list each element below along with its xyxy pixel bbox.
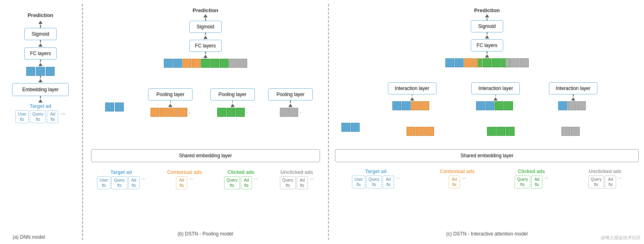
section-b: Prediction Sigmoid FC layers — [86, 4, 325, 240]
sigmoid-c: Sigmoid — [471, 20, 503, 32]
contextual-label-c: Contextual ads — [440, 169, 475, 174]
arrow-a4 — [38, 79, 42, 82]
feat-query-a: Queryfts — [30, 110, 46, 123]
clicked-label-b: Clicked ads — [227, 169, 254, 175]
col-contextual-b: Pooling layer · — [148, 88, 193, 117]
ad-labels-c: Target ad Userfts Queryfts Adfts ··· Con… — [332, 169, 642, 188]
target-ad-label-a: Target ad — [30, 103, 51, 109]
dots-a: ··· — [61, 110, 66, 117]
pooling-contextual: Pooling layer — [148, 88, 193, 101]
prediction-label-a: Prediction — [28, 12, 53, 18]
feat-user-a: Userfts — [15, 110, 29, 123]
clicked-bottom-c: · — [487, 127, 517, 136]
feat-boxes-a: Userfts Queryfts Adfts ··· — [15, 110, 66, 123]
col-unclicked-b: Pooling layer · — [268, 88, 313, 117]
arrow-b1 — [203, 14, 208, 17]
fc-b: FC layers — [189, 40, 222, 52]
section-c: Prediction Sigmoid FC layers — [332, 4, 642, 240]
contextual-label-b: Contextual ads — [167, 169, 202, 175]
ad-labels-b: Target ad Userfts Queryfts Adfts ··· Con… — [86, 169, 325, 189]
top-stack-b: Prediction Sigmoid FC layers — [164, 7, 247, 68]
col-target-b — [105, 103, 124, 111]
concat-blocks-c — [445, 58, 529, 67]
block-blue-3 — [46, 67, 55, 76]
top-stack-c: Prediction Sigmoid FC layers — [445, 7, 529, 67]
feat-ad-a: Adfts — [47, 110, 58, 123]
contextual-bottom-c: · — [407, 127, 437, 136]
unclicked-bottom-c: · — [561, 127, 583, 136]
line-a5 — [40, 96, 41, 98]
divider-bc — [328, 4, 329, 240]
sigmoid-b: Sigmoid — [189, 21, 222, 33]
diagram-container: Prediction Sigmoid FC layers Embedding — [0, 0, 644, 244]
col-clicked-b: Pooling layer · — [210, 88, 255, 117]
caption-b: (b) DSTN - Pooling model — [178, 229, 233, 237]
prediction-c: Prediction — [474, 7, 500, 13]
line-a1 — [40, 25, 41, 28]
pooling-unclicked: Pooling layer — [268, 88, 313, 101]
section-a: Prediction Sigmoid FC layers Embedding — [2, 4, 79, 240]
unclicked-label-c: Unclicked ads — [589, 169, 622, 174]
line-a4 — [40, 76, 41, 78]
concat-blocks-a — [26, 67, 55, 76]
interaction-col-unclicked: Interaction layer · — [549, 82, 597, 110]
target-col-c — [341, 123, 360, 132]
clicked-label-c: Clicked ads — [518, 169, 545, 174]
caption-c: (c) DSTN - Interactive attention model — [446, 229, 527, 237]
pooling-clicked: Pooling layer — [210, 88, 255, 101]
prediction-b: Prediction — [193, 7, 218, 13]
arrow-a2 — [38, 43, 42, 47]
block-blue-2 — [36, 67, 45, 76]
line-a3 — [40, 60, 41, 62]
shared-embedding-c: Shared embedding layer — [335, 149, 639, 162]
target-label-b: Target ad — [110, 169, 132, 175]
fc-a: FC layers — [24, 47, 57, 60]
interaction-unclicked: Interaction layer — [549, 82, 597, 94]
divider-ab — [82, 4, 83, 240]
fc-c: FC layers — [471, 39, 503, 51]
interaction-col-clicked: Interaction layer · — [471, 82, 520, 110]
watermark: @稀土掘金技术社区 — [601, 235, 641, 241]
target-label-c: Target ad — [365, 169, 387, 174]
shared-embedding-b: Shared embedding layer — [91, 149, 320, 162]
interaction-clicked: Interaction layer — [471, 82, 520, 94]
block-blue-1 — [26, 67, 35, 76]
caption-a-real: (a) DNN model — [13, 234, 68, 240]
unclicked-label-b: Unclicked ads — [280, 169, 313, 175]
interaction-contextual: Interaction layer — [388, 82, 436, 94]
interaction-col-contextual: Interaction layer · — [388, 82, 436, 110]
embedding-layer-a: Embedding layer — [12, 83, 69, 96]
arrow-a3 — [38, 63, 42, 66]
sigmoid-a: Sigmoid — [24, 28, 57, 40]
line-a2 — [40, 40, 41, 43]
arrow-a1 — [38, 21, 42, 24]
arrow-a5 — [38, 99, 42, 103]
concat-blocks-b — [164, 59, 247, 68]
